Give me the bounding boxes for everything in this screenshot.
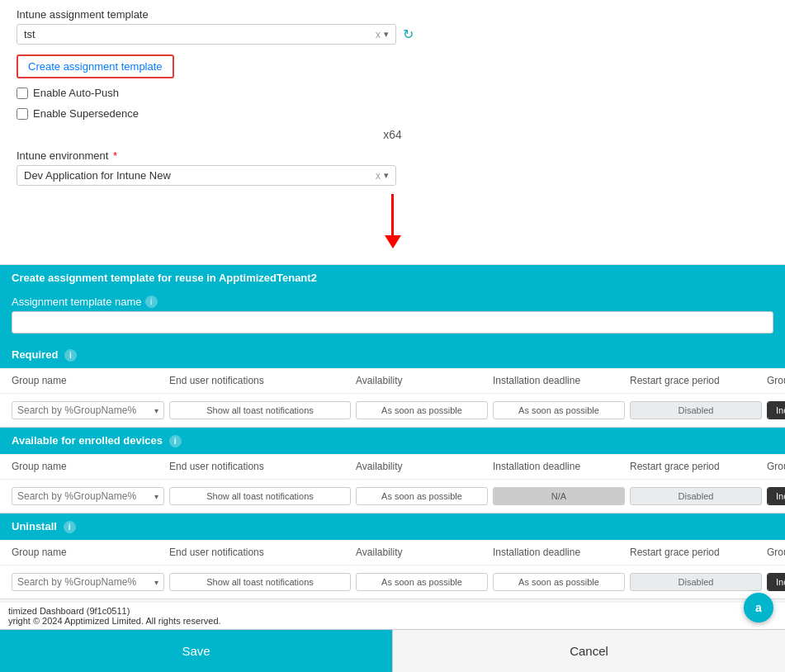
uninstall-group-dd-arrow: ▾ bbox=[154, 578, 158, 587]
fab-button[interactable]: a bbox=[744, 593, 773, 622]
req-col-end-user: End user notifications bbox=[169, 375, 351, 386]
available-header: Available for enrolled devices i bbox=[0, 428, 785, 454]
uninstall-included-btn[interactable]: Included bbox=[768, 574, 785, 590]
available-section: Available for enrolled devices i Group n… bbox=[0, 428, 785, 513]
uninstall-group-mode-wrapper: Included Excluded bbox=[767, 573, 785, 591]
avail-group-dd-arrow: ▾ bbox=[154, 492, 158, 501]
clear-template-btn[interactable]: x bbox=[376, 29, 381, 40]
avail-col-install-deadline: Installation deadline bbox=[493, 461, 625, 472]
req-install-deadline-btn[interactable]: As soon as possible bbox=[493, 401, 625, 419]
create-section-header: Create assignment template for reuse in … bbox=[0, 265, 785, 291]
uninstall-section: Uninstall i Group name End user notifica… bbox=[0, 513, 785, 599]
intune-template-select[interactable]: tst x ▾ bbox=[17, 24, 396, 45]
template-dropdown-arrow: ▾ bbox=[384, 29, 389, 40]
available-info-icon[interactable]: i bbox=[169, 435, 182, 447]
required-section: Required i Group name End user notificat… bbox=[0, 342, 785, 428]
required-info-icon[interactable]: i bbox=[64, 349, 77, 362]
uninstall-availability-btn[interactable]: As soon as possible bbox=[356, 573, 488, 591]
intune-template-label: Intune assignment template bbox=[17, 8, 768, 21]
footer-bar: timized Dashboard (9f1c0511) yright © 20… bbox=[0, 602, 785, 629]
uninstall-col-availability: Availability bbox=[356, 547, 488, 558]
uninstall-end-user-notif-btn[interactable]: Show all toast notifications bbox=[169, 573, 351, 591]
uninstall-table-row: ▾ Show all toast notifications As soon a… bbox=[0, 566, 785, 599]
avail-end-user-notif-btn[interactable]: Show all toast notifications bbox=[169, 487, 351, 505]
uninstall-col-group-name: Group name bbox=[12, 547, 164, 558]
enable-autopush-row: Enable Auto-Push bbox=[17, 87, 768, 99]
req-restart-grace: Disabled bbox=[630, 401, 762, 419]
intune-env-value: Dev Application for Intune New bbox=[24, 169, 376, 182]
available-table-header: Group name End user notifications Availa… bbox=[0, 454, 785, 480]
uninstall-header: Uninstall i bbox=[0, 513, 785, 540]
uninstall-table-header: Group name End user notifications Availa… bbox=[0, 540, 785, 566]
enable-autopush-checkbox[interactable] bbox=[17, 88, 28, 99]
req-availability-btn[interactable]: As soon as possible bbox=[356, 401, 488, 419]
req-end-user-notif-btn[interactable]: Show all toast notifications bbox=[169, 401, 351, 419]
refresh-btn[interactable]: ↻ bbox=[403, 26, 414, 42]
arch-label: x64 bbox=[17, 128, 768, 141]
avail-group-mode-wrapper: Included Excluded bbox=[767, 487, 785, 505]
name-info-icon[interactable]: i bbox=[145, 296, 158, 308]
enable-supersedence-checkbox[interactable] bbox=[17, 108, 28, 120]
avail-install-deadline-na: N/A bbox=[493, 487, 625, 505]
avail-group-name-wrapper[interactable]: ▾ bbox=[12, 487, 164, 505]
assignment-name-input[interactable] bbox=[12, 311, 773, 334]
avail-col-group-mode: Group mode bbox=[767, 461, 785, 472]
cancel-button[interactable]: Cancel bbox=[392, 630, 785, 672]
uninstall-install-deadline-btn[interactable]: As soon as possible bbox=[493, 573, 625, 591]
uninstall-col-group-mode: Group mode bbox=[767, 547, 785, 558]
avail-col-availability: Availability bbox=[356, 461, 488, 472]
avail-col-restart-grace: Restart grace period bbox=[630, 461, 762, 472]
bottom-bar: Save Cancel bbox=[0, 629, 785, 672]
req-group-mode-wrapper: Included Excluded bbox=[767, 401, 785, 419]
req-group-dd-arrow: ▾ bbox=[154, 406, 158, 415]
env-dropdown-arrow: ▾ bbox=[384, 170, 389, 181]
req-group-name-wrapper[interactable]: ▾ bbox=[12, 401, 164, 419]
clear-env-btn[interactable]: x bbox=[376, 170, 381, 182]
uninstall-group-name-wrapper[interactable]: ▾ bbox=[12, 573, 164, 591]
dashboard-label: timized Dashboard (9f1c0511) bbox=[8, 606, 130, 616]
enable-supersedence-label: Enable Supersedence bbox=[33, 107, 139, 120]
avail-group-name-input[interactable] bbox=[17, 490, 154, 502]
req-col-group-mode: Group mode bbox=[767, 375, 785, 386]
req-col-availability: Availability bbox=[356, 375, 488, 386]
avail-availability-btn[interactable]: As soon as possible bbox=[356, 487, 488, 505]
uninstall-col-install-deadline: Installation deadline bbox=[493, 547, 625, 558]
enable-autopush-label: Enable Auto-Push bbox=[33, 87, 119, 99]
avail-col-end-user: End user notifications bbox=[169, 461, 351, 472]
avail-restart-grace: Disabled bbox=[630, 487, 762, 505]
enable-supersedence-row: Enable Supersedence bbox=[17, 107, 768, 120]
intune-env-select[interactable]: Dev Application for Intune New x ▾ bbox=[17, 165, 396, 186]
required-star: * bbox=[113, 149, 117, 162]
required-header: Required i bbox=[0, 342, 785, 368]
copyright-label: yright © 2024 Apptimized Limited. All ri… bbox=[8, 616, 221, 626]
intune-env-label: Intune environment * bbox=[17, 149, 768, 162]
required-table-row: ▾ Show all toast notifications As soon a… bbox=[0, 394, 785, 427]
uninstall-group-name-input[interactable] bbox=[17, 576, 154, 588]
avail-col-group-name: Group name bbox=[12, 461, 164, 472]
req-included-btn[interactable]: Included bbox=[768, 402, 785, 419]
req-group-name-input[interactable] bbox=[17, 405, 154, 416]
uninstall-col-restart-grace: Restart grace period bbox=[630, 547, 762, 558]
uninstall-col-end-user: End user notifications bbox=[169, 547, 351, 558]
uninstall-restart-grace: Disabled bbox=[630, 573, 762, 591]
req-col-install-deadline: Installation deadline bbox=[493, 375, 625, 386]
req-col-restart-grace: Restart grace period bbox=[630, 375, 762, 386]
create-assignment-template-btn[interactable]: Create assignment template bbox=[17, 54, 174, 78]
required-table-header: Group name End user notifications Availa… bbox=[0, 368, 785, 394]
uninstall-info-icon[interactable]: i bbox=[64, 521, 76, 533]
save-button[interactable]: Save bbox=[0, 630, 392, 672]
avail-included-btn[interactable]: Included bbox=[768, 488, 785, 504]
available-table-row: ▾ Show all toast notifications As soon a… bbox=[0, 480, 785, 513]
arrow-container bbox=[17, 194, 768, 252]
assignment-name-label: Assignment template name i bbox=[12, 296, 773, 308]
req-col-group-name: Group name bbox=[12, 375, 164, 386]
intune-template-value: tst bbox=[24, 28, 376, 40]
